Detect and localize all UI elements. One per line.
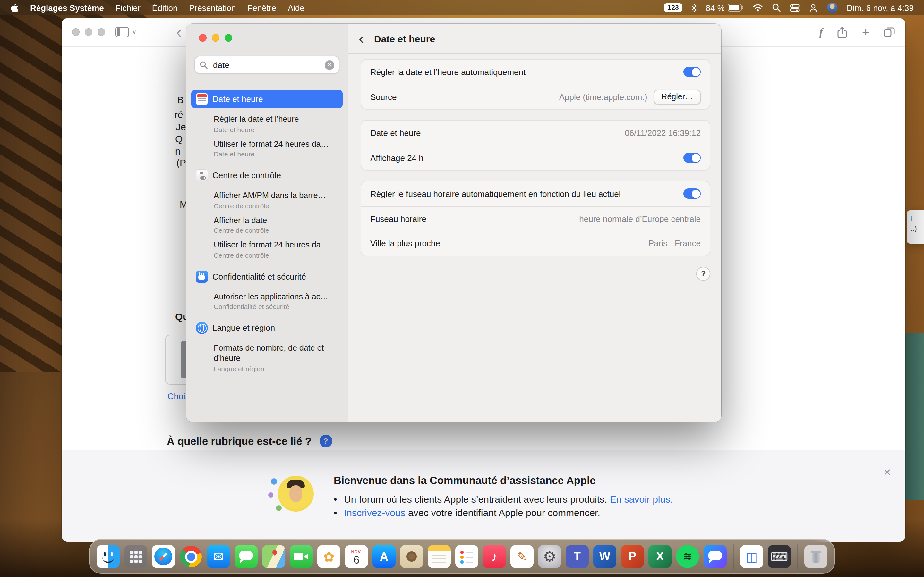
- menu-item[interactable]: Fichier: [115, 3, 141, 13]
- dock-word[interactable]: W: [593, 545, 616, 568]
- dock-freeform[interactable]: ✎: [510, 545, 533, 568]
- zoom-window-button[interactable]: [225, 34, 232, 42]
- toggle-switch[interactable]: [683, 153, 701, 163]
- result-title: Régler la date et l’heure: [214, 114, 340, 124]
- search-result[interactable]: Régler la date et l’heure Date et heure: [191, 114, 342, 133]
- spotlight-icon[interactable]: [772, 3, 781, 12]
- dock-facetime[interactable]: [290, 545, 313, 568]
- dock-spotify[interactable]: ≋: [676, 545, 699, 568]
- dock-excel[interactable]: X: [648, 545, 672, 568]
- sidebar-toggle-icon[interactable]: [115, 27, 129, 37]
- search-input[interactable]: [212, 59, 321, 70]
- apple-logo-icon[interactable]: [10, 3, 19, 13]
- toggle-switch[interactable]: [683, 189, 701, 199]
- search-result-confidentialite-et-securite[interactable]: Confidentialité et sécurité: [191, 267, 342, 285]
- settings-row[interactable]: Régler la date et l’heure automatiquemen…: [361, 60, 710, 84]
- settings-row[interactable]: Ville la plus proche Paris - France: [361, 231, 710, 255]
- app-glyph: ≋: [683, 551, 692, 562]
- minimize-window-button[interactable]: [212, 34, 220, 42]
- settings-row[interactable]: Affichage 24 h: [361, 145, 710, 170]
- menu-item[interactable]: Édition: [152, 3, 178, 13]
- search-result[interactable]: Formats de nombre, de date et d’heure La…: [191, 343, 342, 372]
- search-result-date-et-heure[interactable]: Date et heure: [191, 90, 342, 108]
- dock-launchpad[interactable]: [124, 545, 147, 568]
- category-icon: [196, 93, 208, 105]
- zoom-window-button[interactable]: [97, 28, 105, 36]
- dock-notes[interactable]: [428, 545, 451, 568]
- dock-teams[interactable]: T: [565, 545, 589, 568]
- dock-finder[interactable]: [97, 545, 120, 568]
- dock-maps[interactable]: [262, 545, 285, 568]
- new-tab-icon[interactable]: +: [862, 26, 869, 38]
- dock-powerpoint[interactable]: P: [621, 545, 644, 568]
- tab-overview-icon[interactable]: [884, 27, 895, 37]
- dock-divider: [733, 544, 734, 569]
- dock-chrome[interactable]: [179, 545, 202, 568]
- user-avatar[interactable]: [827, 3, 838, 13]
- clear-search-icon[interactable]: ✕: [325, 60, 334, 69]
- learn-more-link[interactable]: En savoir plus.: [610, 494, 673, 504]
- row-label: Source: [370, 92, 397, 102]
- dock-calendar[interactable]: NOV. 6: [345, 545, 368, 568]
- bluetooth-icon[interactable]: [691, 3, 697, 12]
- settings-row[interactable]: Date et heure 06/11/2022 16:39:12: [361, 121, 710, 145]
- minimize-window-button[interactable]: [85, 28, 92, 36]
- menu-item[interactable]: Fenêtre: [247, 3, 276, 13]
- battery-status[interactable]: 84 %: [706, 3, 744, 13]
- search-result[interactable]: Autoriser les applications à ac… Confide…: [191, 292, 342, 310]
- close-window-button[interactable]: [72, 28, 79, 36]
- dock-utility-app[interactable]: ◫: [740, 545, 763, 568]
- dock-system-settings[interactable]: ⚙: [538, 545, 561, 568]
- search-result-centre-de-controle[interactable]: Centre de contrôle: [191, 166, 342, 185]
- input-source-badge[interactable]: 123: [664, 3, 682, 12]
- banner-close-icon[interactable]: ✕: [883, 467, 891, 478]
- clipped-text-fragment: ré: [174, 109, 183, 120]
- menu-item[interactable]: Présentation: [189, 3, 236, 13]
- app-glyph: ✿: [323, 550, 334, 563]
- dock-keyboard-app[interactable]: ⌨: [768, 545, 791, 568]
- settings-row[interactable]: Régler le fuseau horaire automatiquement…: [361, 181, 710, 206]
- dock-safari[interactable]: [152, 545, 175, 568]
- dock-photos[interactable]: ✿: [317, 545, 341, 568]
- back-icon[interactable]: ‹: [359, 33, 364, 44]
- search-result-langue-et-region[interactable]: Langue et région: [191, 319, 342, 337]
- menu-item[interactable]: Aide: [288, 3, 304, 13]
- help-button[interactable]: ?: [696, 266, 710, 280]
- set-button[interactable]: Régler…: [654, 90, 701, 105]
- search-result[interactable]: Utiliser le format 24 heures da… Date et…: [191, 139, 342, 158]
- dock-messenger[interactable]: [704, 545, 727, 568]
- extension-icon[interactable]: f: [819, 26, 823, 38]
- dock-trash[interactable]: [804, 545, 827, 568]
- user-switch-icon[interactable]: [809, 3, 819, 13]
- dock-mail[interactable]: ✉: [207, 545, 230, 568]
- control-center-icon[interactable]: [790, 3, 800, 13]
- settings-row[interactable]: Fuseau horaire heure normale d’Europe ce…: [361, 206, 710, 231]
- menu-clock[interactable]: Dim. 6 nov. à 4:39: [846, 3, 914, 13]
- settings-search-field[interactable]: ✕: [194, 56, 339, 74]
- search-result[interactable]: Utiliser le format 24 heures da… Centre …: [191, 240, 342, 259]
- page-title: Date et heure: [374, 33, 435, 44]
- dock-app-store[interactable]: A: [373, 545, 396, 568]
- toggle-switch[interactable]: [683, 67, 701, 77]
- result-title: Formats de nombre, de date et d’heure: [214, 343, 340, 364]
- heading-help-button[interactable]: ?: [319, 435, 332, 448]
- result-title: Utiliser le format 24 heures da…: [214, 139, 340, 149]
- search-result[interactable]: Afficher AM/PM dans la barre… Centre de …: [191, 190, 342, 210]
- category-icon: [196, 169, 208, 181]
- category-icon: [196, 322, 208, 334]
- window-fragment: l ..): [907, 210, 924, 243]
- chevron-down-icon[interactable]: ∨: [132, 29, 136, 35]
- wallpaper-door: [903, 334, 924, 500]
- settings-row[interactable]: Source Apple (time.apple.com.) Régler…: [361, 84, 710, 109]
- dock-messages[interactable]: [234, 545, 258, 568]
- browser-back-icon[interactable]: ‹: [176, 26, 182, 39]
- dock-reminders[interactable]: [455, 545, 478, 568]
- dock-music[interactable]: ♪: [483, 545, 506, 568]
- sign-up-link[interactable]: Inscrivez-vous: [344, 507, 405, 518]
- menu-app-name[interactable]: Réglages Système: [30, 3, 104, 13]
- close-window-button[interactable]: [199, 34, 207, 42]
- wifi-icon[interactable]: [753, 4, 763, 11]
- dock-photo-booth[interactable]: [400, 545, 423, 568]
- share-icon[interactable]: [837, 26, 848, 38]
- search-result[interactable]: Afficher la date Centre de contrôle: [191, 215, 342, 234]
